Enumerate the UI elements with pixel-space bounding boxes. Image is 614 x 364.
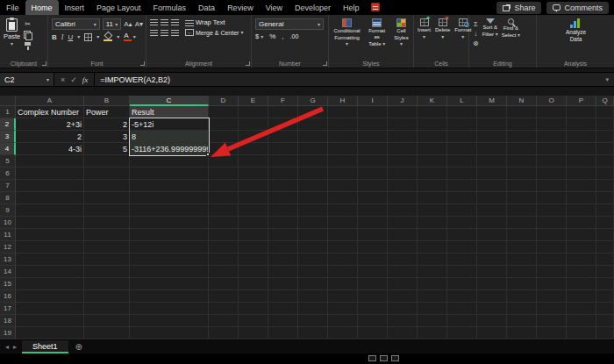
cell-J13[interactable]: [388, 253, 418, 266]
row-header-13[interactable]: 13: [0, 253, 16, 266]
cell-A3[interactable]: 2: [16, 131, 84, 143]
increase-font-button[interactable]: A▴: [124, 20, 132, 28]
cell-K4[interactable]: [418, 143, 447, 155]
row-header-7[interactable]: 7: [0, 180, 16, 192]
font-size-combo[interactable]: 11 ▾: [103, 18, 122, 30]
row-header-10[interactable]: 10: [0, 217, 16, 229]
formula-input[interactable]: =IMPOWER(A2,B2): [95, 73, 175, 86]
cell-E8[interactable]: [239, 192, 268, 204]
wrap-text-button[interactable]: Wrap Text: [185, 18, 225, 26]
decimal-format-button[interactable]: .00: [290, 33, 299, 39]
cell-E17[interactable]: [239, 303, 268, 315]
cell-O3[interactable]: [537, 131, 567, 143]
cell-O5[interactable]: [537, 155, 567, 168]
row-header-14[interactable]: 14: [0, 266, 16, 278]
cut-icon[interactable]: ✂: [25, 20, 31, 28]
cell-P17[interactable]: [567, 303, 596, 315]
cell-Q15[interactable]: [596, 278, 614, 290]
cell-N6[interactable]: [507, 168, 537, 180]
cell-M16[interactable]: [477, 290, 507, 303]
borders-icon[interactable]: [84, 33, 92, 41]
tab-data[interactable]: Data: [192, 0, 221, 15]
cell-N8[interactable]: [507, 192, 537, 204]
cell-G8[interactable]: [298, 192, 328, 204]
cell-J5[interactable]: [388, 155, 418, 168]
cell-J9[interactable]: [388, 204, 418, 217]
cell-I11[interactable]: [358, 229, 388, 241]
column-header-G[interactable]: G: [298, 96, 328, 106]
cell-P19[interactable]: [567, 327, 596, 339]
cell-E1[interactable]: [239, 106, 268, 118]
cell-C2[interactable]: -5+12i: [130, 118, 209, 131]
cell-H19[interactable]: [328, 327, 358, 339]
cell-B15[interactable]: [84, 278, 130, 290]
cell-L6[interactable]: [447, 168, 477, 180]
add-sheet-button[interactable]: ⊕: [68, 340, 89, 353]
cell-O11[interactable]: [537, 229, 567, 241]
cell-H4[interactable]: [328, 143, 358, 155]
cell-N11[interactable]: [507, 229, 537, 241]
cell-L7[interactable]: [447, 180, 477, 192]
cell-H2[interactable]: [328, 118, 358, 131]
cell-J6[interactable]: [388, 168, 418, 180]
cell-K19[interactable]: [418, 327, 447, 339]
cell-M11[interactable]: [477, 229, 507, 241]
cell-B9[interactable]: [84, 204, 130, 217]
font-name-combo[interactable]: Calibri ▾: [52, 18, 100, 30]
cell-Q10[interactable]: [596, 217, 614, 229]
cell-H18[interactable]: [328, 315, 358, 327]
cell-I3[interactable]: [358, 131, 388, 143]
cell-J10[interactable]: [388, 217, 418, 229]
cell-D12[interactable]: [209, 241, 239, 253]
cell-I8[interactable]: [358, 192, 388, 204]
cell-O18[interactable]: [537, 315, 567, 327]
cell-N17[interactable]: [507, 303, 537, 315]
cell-O19[interactable]: [537, 327, 567, 339]
cell-K9[interactable]: [418, 204, 447, 217]
cell-L19[interactable]: [447, 327, 477, 339]
paste-button[interactable]: Paste ▾: [4, 18, 20, 46]
cell-J12[interactable]: [388, 241, 418, 253]
cell-D7[interactable]: [209, 180, 239, 192]
percent-format-button[interactable]: %: [269, 32, 275, 40]
cell-L17[interactable]: [447, 303, 477, 315]
column-header-K[interactable]: K: [418, 96, 447, 106]
cell-J4[interactable]: [388, 143, 418, 155]
cell-B16[interactable]: [84, 290, 130, 303]
cell-H10[interactable]: [328, 217, 358, 229]
cell-C9[interactable]: [130, 204, 209, 217]
cell-O10[interactable]: [537, 217, 567, 229]
cell-H11[interactable]: [328, 229, 358, 241]
normal-view-icon[interactable]: [368, 355, 376, 361]
number-format-combo[interactable]: General ▾: [255, 18, 324, 30]
cell-B2[interactable]: 2: [84, 118, 130, 131]
column-header-O[interactable]: O: [537, 96, 567, 106]
cell-F12[interactable]: [268, 241, 298, 253]
row-header-1[interactable]: 1: [0, 106, 16, 118]
cell-E19[interactable]: [239, 327, 268, 339]
cell-G13[interactable]: [298, 253, 328, 266]
cell-B11[interactable]: [84, 229, 130, 241]
cell-E15[interactable]: [239, 278, 268, 290]
fill-color-icon[interactable]: [104, 32, 112, 41]
cell-I12[interactable]: [358, 241, 388, 253]
cell-A8[interactable]: [16, 192, 84, 204]
column-header-J[interactable]: J: [388, 96, 418, 106]
cell-L8[interactable]: [447, 192, 477, 204]
cell-A7[interactable]: [16, 180, 84, 192]
cell-A13[interactable]: [16, 253, 84, 266]
column-header-B[interactable]: B: [84, 96, 130, 106]
cell-N15[interactable]: [507, 278, 537, 290]
cell-Q18[interactable]: [596, 315, 614, 327]
name-box[interactable]: C2 ▾: [0, 73, 54, 86]
align-right-icon[interactable]: [171, 30, 179, 36]
cell-Q8[interactable]: [596, 192, 614, 204]
cell-L13[interactable]: [447, 253, 477, 266]
cell-P10[interactable]: [567, 217, 596, 229]
cell-M12[interactable]: [477, 241, 507, 253]
cell-D2[interactable]: [209, 118, 239, 131]
delete-cells-button[interactable]: Delete ▾: [435, 18, 450, 58]
cell-E16[interactable]: [239, 290, 268, 303]
cell-C8[interactable]: [130, 192, 209, 204]
cell-H15[interactable]: [328, 278, 358, 290]
